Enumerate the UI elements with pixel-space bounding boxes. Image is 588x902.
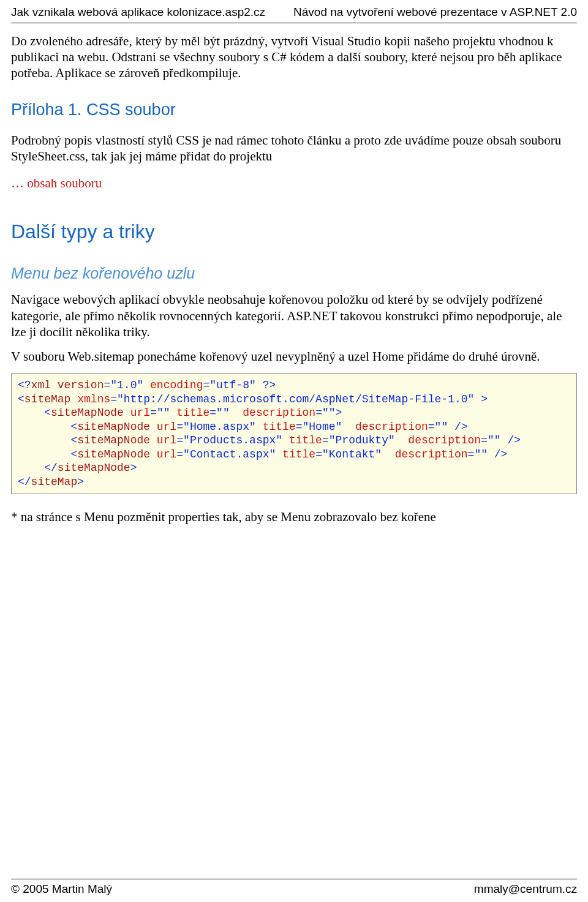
code-token: < bbox=[18, 434, 77, 446]
note-obsah-souboru: … obsah souboru bbox=[11, 175, 577, 192]
code-token: title bbox=[256, 421, 296, 433]
code-token: ="" bbox=[150, 407, 170, 419]
code-token: </ bbox=[18, 462, 58, 474]
paragraph-menu-1: Navigace webových aplikací obvykle neobs… bbox=[11, 291, 577, 340]
code-token: siteMapNode bbox=[77, 448, 150, 460]
code-token: ="" /> bbox=[428, 421, 468, 433]
footer-left: © 2005 Martin Malý bbox=[11, 882, 112, 897]
code-token: url bbox=[150, 448, 176, 460]
code-token: ="" bbox=[209, 407, 229, 419]
paragraph-intro: Do zvoleného adresáře, který by měl být … bbox=[11, 33, 577, 81]
code-token: url bbox=[124, 407, 150, 419]
code-token: xmlns bbox=[70, 393, 110, 405]
paragraph-footnote: * na stránce s Menu pozměnit properties … bbox=[11, 509, 577, 525]
code-sitemap: <?xml version="1.0" encoding="utf-8" ?> … bbox=[11, 373, 577, 494]
code-token: ="Produkty" bbox=[322, 434, 395, 446]
paragraph-css-desc: Podrobný popis vlastností stylů CSS je n… bbox=[11, 132, 577, 165]
code-token: description bbox=[395, 434, 481, 446]
code-token: url bbox=[150, 434, 176, 446]
code-token: < bbox=[18, 421, 77, 433]
header-right: Návod na vytvoření webové prezentace v A… bbox=[293, 5, 577, 20]
code-token: url bbox=[150, 421, 176, 433]
header-left: Jak vznikala webová aplikace kolonizace.… bbox=[11, 5, 265, 20]
code-token: > bbox=[130, 462, 137, 474]
code-token: description bbox=[382, 448, 467, 460]
code-token: siteMapNode bbox=[77, 421, 150, 433]
code-token: ="Products.aspx" bbox=[176, 434, 282, 446]
footer-right: mmaly@centrum.cz bbox=[474, 882, 577, 897]
code-token: title bbox=[282, 434, 322, 446]
code-token: siteMapNode bbox=[58, 462, 130, 474]
code-token: ="utf-8" ?> bbox=[203, 379, 276, 391]
code-token: ="Contact.aspx" bbox=[176, 448, 276, 460]
code-token: ="1.0" bbox=[104, 379, 143, 391]
code-token: encoding bbox=[143, 379, 203, 391]
code-token: < bbox=[18, 448, 77, 460]
code-token: description bbox=[342, 421, 428, 433]
code-token: ="Kontakt" bbox=[315, 448, 382, 460]
heading-menu-bez-korene: Menu bez kořenového uzlu bbox=[11, 263, 577, 284]
code-token: title bbox=[276, 448, 315, 460]
code-token: siteMap bbox=[31, 476, 78, 488]
page-footer: © 2005 Martin Malý mmaly@centrum.cz bbox=[11, 879, 577, 897]
code-token: > bbox=[77, 476, 84, 488]
paragraph-menu-2: V souboru Web.sitemap ponecháme kořenový… bbox=[11, 348, 577, 364]
code-token: siteMap bbox=[24, 393, 71, 405]
heading-priloha-1: Příloha 1. CSS soubor bbox=[11, 99, 577, 121]
code-token: xml version bbox=[31, 379, 104, 391]
heading-dalsi-typy: Další typy a triky bbox=[11, 219, 577, 245]
page: Jak vznikala webová aplikace kolonizace.… bbox=[0, 0, 588, 902]
code-token: siteMapNode bbox=[77, 434, 150, 446]
code-token: ="" /> bbox=[468, 448, 508, 460]
code-token: =""> bbox=[315, 407, 342, 419]
page-header: Jak vznikala webová aplikace kolonizace.… bbox=[11, 5, 577, 23]
code-token: </ bbox=[18, 476, 31, 488]
code-token: ="Home.aspx" bbox=[176, 421, 256, 433]
code-token: description bbox=[230, 407, 315, 419]
code-token: ="http://schemas.microsoft.com/AspNet/Si… bbox=[110, 393, 488, 405]
code-token: < bbox=[18, 393, 24, 405]
code-token: < bbox=[18, 407, 51, 419]
code-token: ="Home" bbox=[296, 421, 342, 433]
code-token: <? bbox=[18, 379, 31, 391]
code-token: siteMapNode bbox=[51, 407, 124, 419]
code-token: title bbox=[170, 407, 209, 419]
code-token: ="" /> bbox=[481, 434, 521, 446]
